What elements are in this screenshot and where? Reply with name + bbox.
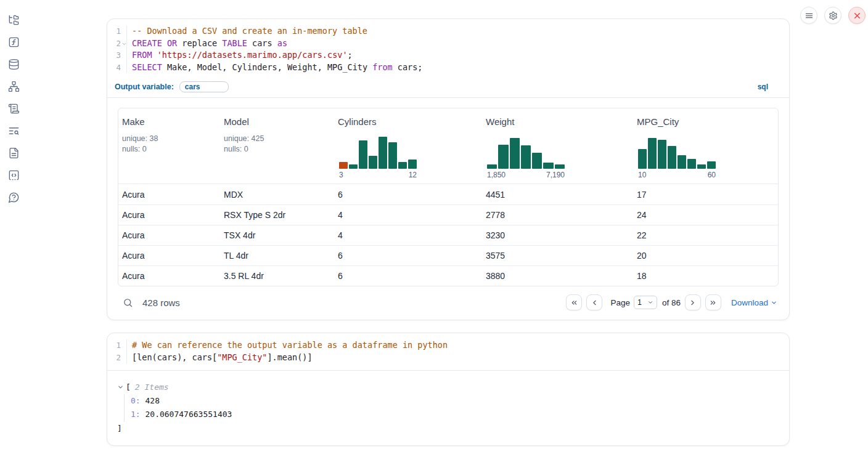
chevrons-left-icon: [570, 299, 578, 307]
language-badge[interactable]: sql: [758, 83, 768, 91]
column-stats: unique: 425nulls: 0: [224, 134, 330, 154]
chevron-down-icon: [647, 299, 653, 305]
sql-cell-output: Makeunique: 38nulls: 0Modelunique: 425nu…: [107, 98, 789, 320]
table-cell: 24: [633, 210, 778, 220]
table-cell: 22: [633, 230, 778, 240]
page-select-value: 1: [637, 298, 642, 307]
search-icon[interactable]: [123, 297, 133, 308]
network-graph-icon[interactable]: [8, 81, 20, 92]
table-cell: 4: [334, 210, 482, 220]
list-item: 1: 20.060747663551403: [131, 408, 779, 421]
table-cell: 4451: [482, 190, 633, 200]
code-line: 1# We can reference the output variable …: [107, 339, 789, 352]
table-cell: 20: [633, 251, 778, 261]
histogram-bar: [648, 138, 657, 169]
histogram-bar: [369, 156, 377, 169]
column-histogram: 312: [339, 137, 417, 179]
notebook-actions: [800, 7, 866, 24]
python-cell: 1# We can reference the output variable …: [107, 333, 790, 446]
histogram-bar: [697, 164, 706, 169]
code-text: -- Download a CSV and create an in-memor…: [127, 25, 367, 38]
column-name: MPG_City: [637, 116, 774, 127]
histogram-bar: [388, 142, 397, 169]
data-table: Makeunique: 38nulls: 0Modelunique: 425nu…: [118, 108, 779, 286]
table-cell: 2778: [482, 210, 633, 220]
help-bubble-icon[interactable]: [8, 192, 20, 203]
table-row: AcuraTL 4dr6357520: [118, 245, 778, 265]
open-bracket: [: [126, 381, 131, 394]
table-cell: Acura: [118, 210, 220, 220]
database-icon[interactable]: [8, 59, 20, 70]
table-cell: 3575: [482, 251, 633, 261]
previous-page-button[interactable]: [586, 294, 602, 310]
histogram-bar: [359, 140, 367, 169]
first-page-button[interactable]: [566, 294, 582, 310]
menu-button[interactable]: [800, 7, 817, 24]
code-line: 2CREATE OR replace TABLE cars as: [107, 38, 789, 50]
notebook: 1-- Download a CSV and create an in-memo…: [107, 18, 790, 446]
table-body: AcuraMDX6445117AcuraRSX Type S 2dr427782…: [118, 184, 778, 286]
histogram-max-label: 12: [409, 171, 417, 179]
column-header-weight[interactable]: Weight1,8507,190: [482, 108, 633, 184]
histogram-bar: [543, 163, 553, 169]
column-histogram: 1,8507,190: [487, 137, 565, 179]
column-header-mpg_city[interactable]: MPG_City1060: [633, 108, 778, 184]
settings-button[interactable]: [824, 7, 841, 24]
output-variable-label: Output variable:: [115, 83, 174, 91]
python-code-editor[interactable]: 1# We can reference the output variable …: [107, 333, 789, 370]
column-header-model[interactable]: Modelunique: 425nulls: 0: [220, 108, 334, 184]
histogram-bar: [379, 137, 387, 169]
function-square-icon[interactable]: [8, 36, 20, 48]
chevron-right-icon: [689, 299, 697, 307]
histogram-bar: [638, 149, 647, 169]
code-line: 4SELECT Make, Model, Cylinders, Weight, …: [107, 62, 789, 74]
sql-cell: 1-- Download a CSV and create an in-memo…: [107, 18, 790, 320]
shutdown-button[interactable]: [848, 7, 866, 24]
chevron-down-icon: [771, 299, 777, 306]
python-cell-output: [ 2 Items 0: 4281: 20.060747663551403 ]: [107, 371, 789, 446]
page-select[interactable]: 1: [634, 296, 657, 309]
column-name: Model: [224, 116, 330, 127]
next-page-button[interactable]: [685, 294, 701, 310]
chevrons-right-icon: [709, 299, 717, 307]
code-text: SELECT Make, Model, Cylinders, Weight, M…: [127, 62, 422, 74]
column-header-make[interactable]: Makeunique: 38nulls: 0: [118, 108, 220, 184]
code-text: # We can reference the output variable a…: [127, 339, 448, 352]
column-stats: unique: 38nulls: 0: [122, 134, 216, 154]
scroll-text-icon[interactable]: [8, 103, 20, 115]
menu-icon: [805, 11, 814, 20]
line-number: 1: [107, 339, 127, 352]
table-cell: 3230: [482, 230, 633, 240]
table-cell: 3880: [482, 271, 633, 281]
code-line: 2[len(cars), cars["MPG_City"].mean()]: [107, 352, 789, 364]
download-button[interactable]: Download: [731, 298, 777, 307]
fold-chevron-icon[interactable]: [121, 41, 127, 47]
histogram-bar: [555, 164, 565, 169]
histogram-bar: [510, 138, 520, 169]
close-bracket: ]: [117, 422, 779, 435]
items-count-label: 2 Items: [135, 381, 169, 394]
line-number: 4: [107, 62, 127, 74]
row-count: 428 rows: [142, 297, 180, 308]
column-header-cylinders[interactable]: Cylinders312: [334, 108, 482, 184]
table-footer: 428 rows Page 1 of 86: [118, 286, 779, 314]
table-cell: 6: [334, 190, 482, 200]
histogram-bar: [408, 160, 417, 169]
column-name: Weight: [486, 116, 629, 127]
table-cell: TL 4dr: [220, 251, 334, 261]
table-cell: 18: [633, 271, 778, 281]
sql-code-editor[interactable]: 1-- Download a CSV and create an in-memo…: [107, 19, 789, 79]
text-search-icon[interactable]: [8, 125, 20, 137]
column-name: Cylinders: [338, 116, 478, 127]
collapse-chevron-icon[interactable]: [117, 384, 124, 390]
last-page-button[interactable]: [705, 294, 721, 310]
file-tree-icon[interactable]: [8, 14, 20, 26]
file-text-icon[interactable]: [8, 147, 20, 159]
table-cell: MDX: [220, 190, 334, 200]
snippets-code-icon[interactable]: [8, 169, 20, 181]
table-cell: 6: [334, 271, 482, 281]
line-number: 1: [107, 25, 127, 38]
histogram-bar: [707, 161, 716, 169]
table-cell: 3.5 RL 4dr: [220, 271, 334, 281]
output-variable-input[interactable]: [179, 81, 229, 92]
